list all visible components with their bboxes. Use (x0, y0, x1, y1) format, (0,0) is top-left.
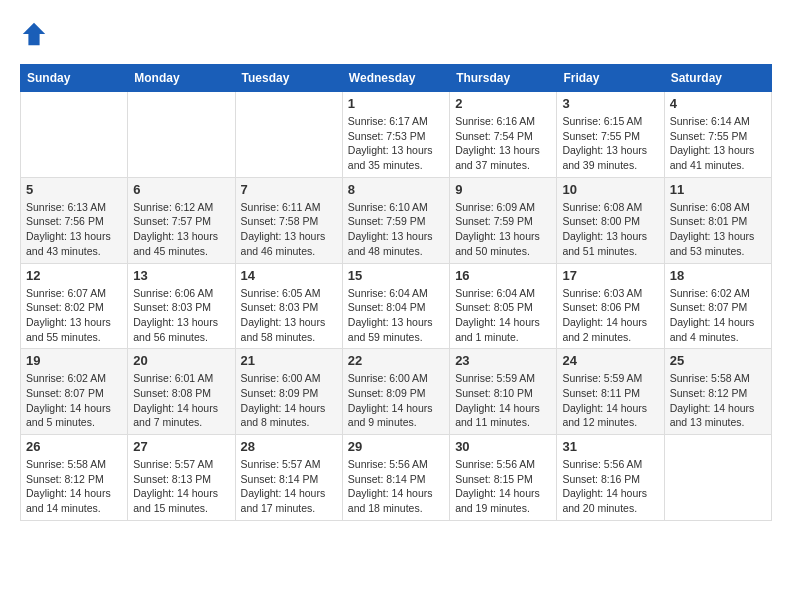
day-number: 13 (133, 268, 229, 283)
logo (20, 20, 52, 48)
calendar-cell: 6Sunrise: 6:12 AM Sunset: 7:57 PM Daylig… (128, 177, 235, 263)
day-info: Sunrise: 6:09 AM Sunset: 7:59 PM Dayligh… (455, 200, 551, 259)
calendar-cell: 26Sunrise: 5:58 AM Sunset: 8:12 PM Dayli… (21, 435, 128, 521)
day-info: Sunrise: 6:08 AM Sunset: 8:01 PM Dayligh… (670, 200, 766, 259)
calendar-cell: 15Sunrise: 6:04 AM Sunset: 8:04 PM Dayli… (342, 263, 449, 349)
day-info: Sunrise: 6:15 AM Sunset: 7:55 PM Dayligh… (562, 114, 658, 173)
day-number: 14 (241, 268, 337, 283)
day-number: 18 (670, 268, 766, 283)
day-number: 17 (562, 268, 658, 283)
weekday-header-wednesday: Wednesday (342, 65, 449, 92)
weekday-header-thursday: Thursday (450, 65, 557, 92)
weekday-header-sunday: Sunday (21, 65, 128, 92)
day-info: Sunrise: 6:13 AM Sunset: 7:56 PM Dayligh… (26, 200, 122, 259)
day-number: 6 (133, 182, 229, 197)
day-number: 9 (455, 182, 551, 197)
calendar-cell: 20Sunrise: 6:01 AM Sunset: 8:08 PM Dayli… (128, 349, 235, 435)
day-info: Sunrise: 6:05 AM Sunset: 8:03 PM Dayligh… (241, 286, 337, 345)
calendar-cell: 2Sunrise: 6:16 AM Sunset: 7:54 PM Daylig… (450, 92, 557, 178)
day-info: Sunrise: 6:16 AM Sunset: 7:54 PM Dayligh… (455, 114, 551, 173)
calendar-cell: 16Sunrise: 6:04 AM Sunset: 8:05 PM Dayli… (450, 263, 557, 349)
calendar-cell (21, 92, 128, 178)
day-info: Sunrise: 6:12 AM Sunset: 7:57 PM Dayligh… (133, 200, 229, 259)
day-info: Sunrise: 6:02 AM Sunset: 8:07 PM Dayligh… (670, 286, 766, 345)
day-info: Sunrise: 6:17 AM Sunset: 7:53 PM Dayligh… (348, 114, 444, 173)
day-info: Sunrise: 6:06 AM Sunset: 8:03 PM Dayligh… (133, 286, 229, 345)
day-info: Sunrise: 5:56 AM Sunset: 8:15 PM Dayligh… (455, 457, 551, 516)
day-info: Sunrise: 5:59 AM Sunset: 8:10 PM Dayligh… (455, 371, 551, 430)
calendar: SundayMondayTuesdayWednesdayThursdayFrid… (20, 64, 772, 521)
calendar-cell: 7Sunrise: 6:11 AM Sunset: 7:58 PM Daylig… (235, 177, 342, 263)
calendar-cell: 31Sunrise: 5:56 AM Sunset: 8:16 PM Dayli… (557, 435, 664, 521)
day-info: Sunrise: 6:01 AM Sunset: 8:08 PM Dayligh… (133, 371, 229, 430)
day-info: Sunrise: 5:56 AM Sunset: 8:14 PM Dayligh… (348, 457, 444, 516)
day-info: Sunrise: 6:14 AM Sunset: 7:55 PM Dayligh… (670, 114, 766, 173)
day-info: Sunrise: 5:58 AM Sunset: 8:12 PM Dayligh… (26, 457, 122, 516)
calendar-cell: 4Sunrise: 6:14 AM Sunset: 7:55 PM Daylig… (664, 92, 771, 178)
day-number: 19 (26, 353, 122, 368)
day-info: Sunrise: 5:59 AM Sunset: 8:11 PM Dayligh… (562, 371, 658, 430)
calendar-cell: 25Sunrise: 5:58 AM Sunset: 8:12 PM Dayli… (664, 349, 771, 435)
day-number: 27 (133, 439, 229, 454)
weekday-header-row: SundayMondayTuesdayWednesdayThursdayFrid… (21, 65, 772, 92)
calendar-cell: 9Sunrise: 6:09 AM Sunset: 7:59 PM Daylig… (450, 177, 557, 263)
calendar-cell: 11Sunrise: 6:08 AM Sunset: 8:01 PM Dayli… (664, 177, 771, 263)
day-number: 10 (562, 182, 658, 197)
calendar-cell: 10Sunrise: 6:08 AM Sunset: 8:00 PM Dayli… (557, 177, 664, 263)
calendar-cell: 23Sunrise: 5:59 AM Sunset: 8:10 PM Dayli… (450, 349, 557, 435)
calendar-week-row: 12Sunrise: 6:07 AM Sunset: 8:02 PM Dayli… (21, 263, 772, 349)
calendar-cell: 29Sunrise: 5:56 AM Sunset: 8:14 PM Dayli… (342, 435, 449, 521)
day-number: 5 (26, 182, 122, 197)
day-info: Sunrise: 6:02 AM Sunset: 8:07 PM Dayligh… (26, 371, 122, 430)
day-info: Sunrise: 6:04 AM Sunset: 8:05 PM Dayligh… (455, 286, 551, 345)
calendar-cell: 24Sunrise: 5:59 AM Sunset: 8:11 PM Dayli… (557, 349, 664, 435)
day-number: 25 (670, 353, 766, 368)
calendar-cell (235, 92, 342, 178)
calendar-cell: 5Sunrise: 6:13 AM Sunset: 7:56 PM Daylig… (21, 177, 128, 263)
day-number: 1 (348, 96, 444, 111)
day-number: 3 (562, 96, 658, 111)
weekday-header-monday: Monday (128, 65, 235, 92)
day-info: Sunrise: 6:03 AM Sunset: 8:06 PM Dayligh… (562, 286, 658, 345)
day-number: 21 (241, 353, 337, 368)
day-number: 8 (348, 182, 444, 197)
calendar-cell: 18Sunrise: 6:02 AM Sunset: 8:07 PM Dayli… (664, 263, 771, 349)
weekday-header-tuesday: Tuesday (235, 65, 342, 92)
logo-icon (20, 20, 48, 48)
day-number: 29 (348, 439, 444, 454)
day-number: 4 (670, 96, 766, 111)
day-info: Sunrise: 5:56 AM Sunset: 8:16 PM Dayligh… (562, 457, 658, 516)
day-number: 2 (455, 96, 551, 111)
calendar-week-row: 26Sunrise: 5:58 AM Sunset: 8:12 PM Dayli… (21, 435, 772, 521)
day-number: 11 (670, 182, 766, 197)
day-number: 24 (562, 353, 658, 368)
day-info: Sunrise: 6:08 AM Sunset: 8:00 PM Dayligh… (562, 200, 658, 259)
calendar-cell: 17Sunrise: 6:03 AM Sunset: 8:06 PM Dayli… (557, 263, 664, 349)
day-info: Sunrise: 6:00 AM Sunset: 8:09 PM Dayligh… (348, 371, 444, 430)
day-info: Sunrise: 6:11 AM Sunset: 7:58 PM Dayligh… (241, 200, 337, 259)
day-number: 12 (26, 268, 122, 283)
day-number: 20 (133, 353, 229, 368)
calendar-cell: 14Sunrise: 6:05 AM Sunset: 8:03 PM Dayli… (235, 263, 342, 349)
calendar-cell: 12Sunrise: 6:07 AM Sunset: 8:02 PM Dayli… (21, 263, 128, 349)
day-info: Sunrise: 5:57 AM Sunset: 8:13 PM Dayligh… (133, 457, 229, 516)
calendar-cell: 28Sunrise: 5:57 AM Sunset: 8:14 PM Dayli… (235, 435, 342, 521)
weekday-header-saturday: Saturday (664, 65, 771, 92)
calendar-cell: 19Sunrise: 6:02 AM Sunset: 8:07 PM Dayli… (21, 349, 128, 435)
calendar-cell: 27Sunrise: 5:57 AM Sunset: 8:13 PM Dayli… (128, 435, 235, 521)
calendar-cell: 8Sunrise: 6:10 AM Sunset: 7:59 PM Daylig… (342, 177, 449, 263)
calendar-cell: 3Sunrise: 6:15 AM Sunset: 7:55 PM Daylig… (557, 92, 664, 178)
day-number: 16 (455, 268, 551, 283)
calendar-week-row: 19Sunrise: 6:02 AM Sunset: 8:07 PM Dayli… (21, 349, 772, 435)
day-number: 26 (26, 439, 122, 454)
day-number: 31 (562, 439, 658, 454)
page-header (20, 20, 772, 48)
svg-marker-0 (23, 23, 45, 45)
calendar-week-row: 1Sunrise: 6:17 AM Sunset: 7:53 PM Daylig… (21, 92, 772, 178)
day-info: Sunrise: 6:00 AM Sunset: 8:09 PM Dayligh… (241, 371, 337, 430)
day-info: Sunrise: 6:10 AM Sunset: 7:59 PM Dayligh… (348, 200, 444, 259)
day-number: 28 (241, 439, 337, 454)
calendar-cell: 1Sunrise: 6:17 AM Sunset: 7:53 PM Daylig… (342, 92, 449, 178)
day-number: 22 (348, 353, 444, 368)
calendar-cell: 30Sunrise: 5:56 AM Sunset: 8:15 PM Dayli… (450, 435, 557, 521)
